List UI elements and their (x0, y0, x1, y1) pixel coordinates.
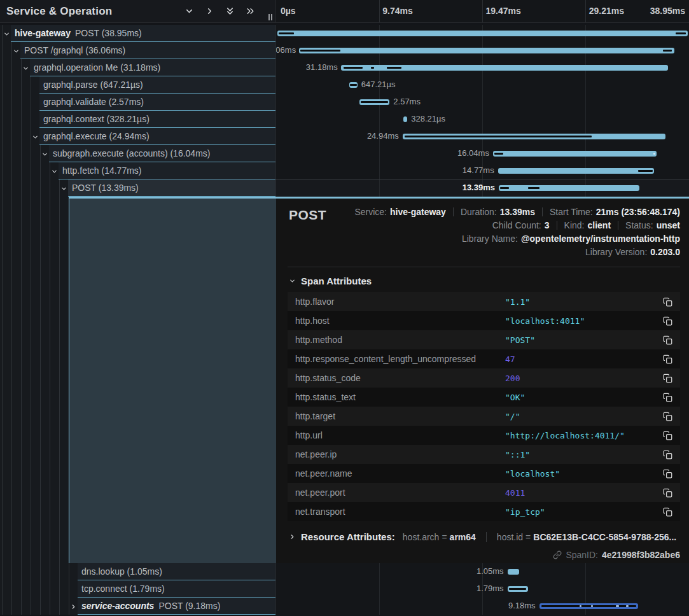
span-bar-cell[interactable]: 38.95ms (276, 25, 689, 42)
chevron-down-icon[interactable] (13, 48, 20, 55)
attribute-row: http.url"http://localhost:4011/" (288, 426, 680, 445)
panel-resize-grip-icon[interactable] (268, 14, 272, 20)
copy-icon[interactable] (662, 410, 674, 423)
copy-icon[interactable] (662, 430, 674, 442)
span-bar-cell[interactable]: 2.57ms (276, 94, 689, 111)
span-name[interactable]: hive-gatewayPOST (38.95ms) (11, 25, 275, 42)
chevron-right-icon[interactable] (70, 603, 77, 610)
status-value: unset (657, 220, 680, 230)
span-name[interactable]: POST (13.39ms) (68, 179, 275, 197)
span-bar-cell[interactable]: 1.79ms (276, 580, 689, 598)
span-bar-cell[interactable]: 14.77ms (276, 162, 689, 179)
copy-icon[interactable] (662, 468, 674, 480)
spanid-value: 4e21998f3b82abe6 (602, 550, 680, 560)
span-bar-cell[interactable]: 24.94ms (276, 128, 689, 145)
span-bar-cell[interactable]: 9.18ms (276, 598, 689, 615)
kind-value: client (587, 220, 611, 230)
service-value: hive-gateway (390, 207, 446, 217)
resource-attributes-toggle[interactable]: Resource Attributes: host.arch=arm64 hos… (289, 531, 680, 542)
span-row-post-graphql: POST /graphql (36.06ms) 36.06ms (0, 42, 689, 59)
resource-attr-key: host.arch (403, 532, 440, 542)
library-name-value: @opentelemetry/instrumentation-http (521, 234, 680, 244)
span-bar[interactable] (508, 569, 519, 575)
double-chevron-down-icon-rotated[interactable] (246, 6, 255, 16)
copy-icon[interactable] (662, 315, 674, 327)
attribute-row: net.peer.name"localhost" (288, 464, 680, 483)
chevron-down-icon[interactable] (60, 185, 67, 192)
span-name[interactable]: graphql.parse (647.21µs) (39, 76, 275, 94)
span-bar-cell[interactable]: 16.04ms (276, 145, 689, 162)
double-chevron-down-icon[interactable] (225, 6, 235, 16)
span-bar-cell[interactable]: 13.39ms (276, 179, 689, 197)
span-row-dns-lookup: dns.lookup (1.05ms) 1.05ms (0, 563, 689, 580)
copy-icon[interactable] (662, 391, 674, 403)
span-name[interactable]: dns.lookup (1.05ms) (78, 563, 275, 580)
span-name[interactable]: graphql.operation Me (31.18ms) (30, 59, 275, 76)
span-name[interactable]: graphql.validate (2.57ms) (39, 94, 275, 111)
chevron-right-icon[interactable] (205, 6, 214, 16)
chevron-down-icon[interactable] (22, 65, 29, 72)
chevron-down-icon[interactable] (41, 151, 48, 158)
library-name-label: Library Name: (462, 234, 518, 244)
timeline-header: 0µs 9.74ms 19.47ms 29.21ms 38.95ms (276, 0, 689, 23)
span-bar[interactable] (498, 168, 654, 174)
duration-label: 16.04ms (457, 148, 489, 158)
span-bar[interactable] (403, 116, 407, 122)
chevron-down-icon[interactable] (32, 134, 39, 141)
resource-attr-value: BC62E13B-C4CC-5854-9788-256... (533, 532, 676, 542)
span-row-tcp-connect: tcp.connect (1.79ms) 1.79ms (0, 580, 689, 598)
span-bar-cell[interactable]: 31.18ms (276, 59, 689, 76)
span-detail-panel: POST Service:hive-gateway Duration:13.39… (276, 197, 689, 563)
span-row-http-fetch: http.fetch (14.77ms) 14.77ms (0, 162, 689, 179)
copy-icon[interactable] (662, 487, 674, 499)
span-name[interactable]: service-accountsPOST (9.18ms) (78, 598, 275, 615)
span-name[interactable]: POST /graphql (36.06ms) (20, 42, 275, 59)
duration-label: 9.18ms (508, 601, 536, 610)
copy-icon[interactable] (662, 334, 674, 346)
span-bar-cell[interactable]: 328.21µs (276, 111, 689, 128)
status-label: Status: (625, 220, 653, 230)
span-bar[interactable] (493, 151, 657, 157)
child-count-value: 3 (545, 220, 550, 230)
span-bar[interactable] (299, 48, 674, 53)
link-icon[interactable] (553, 550, 562, 559)
copy-icon[interactable] (662, 449, 674, 461)
span-row-hive-gateway-post: hive-gatewayPOST (38.95ms) 38.95ms (0, 25, 689, 42)
span-name[interactable]: tcp.connect (1.79ms) (78, 580, 275, 598)
span-detail-title: POST (289, 207, 326, 223)
span-name[interactable]: graphql.context (328.21µs) (39, 111, 275, 128)
chevron-down-icon[interactable] (51, 168, 58, 175)
selected-span-fill[interactable] (69, 197, 276, 563)
span-name[interactable]: subgraph.execute (accounts) (16.04ms) (49, 145, 275, 162)
duration-label: 36.06ms (276, 45, 296, 55)
kind-label: Kind: (564, 220, 585, 230)
copy-icon[interactable] (662, 353, 674, 365)
duration-label: Duration: (461, 207, 497, 217)
span-row-post-selected: POST (13.39ms) 13.39ms (0, 179, 689, 197)
span-bar[interactable] (499, 185, 639, 191)
indent-guides (0, 197, 69, 563)
span-bar-cell[interactable]: 36.06ms (276, 42, 689, 59)
chevron-down-icon[interactable] (3, 31, 10, 38)
timeline-tick: 19.47ms (486, 6, 521, 16)
attribute-row: http.target"/" (288, 407, 680, 426)
chevron-down-icon[interactable] (184, 6, 194, 16)
copy-icon[interactable] (662, 506, 674, 518)
resource-attr-key: host.id (497, 532, 523, 542)
spanid-row: SpanID: 4e21998f3b82abe6 (288, 550, 680, 560)
duration-label: 1.79ms (477, 584, 504, 593)
duration-label: 2.57ms (393, 97, 421, 106)
top-bar: Service & Operation 0µs 9.74ms 19.47ms 2… (0, 0, 689, 23)
span-bar-cell[interactable]: 647.21µs (276, 76, 689, 94)
resource-attr-value: arm64 (450, 532, 476, 542)
span-name[interactable]: graphql.execute (24.94ms) (39, 128, 275, 145)
attribute-row: http.status_text"OK" (288, 388, 680, 407)
span-attributes-toggle[interactable]: Span Attributes (288, 274, 680, 292)
duration-label: 13.39ms (463, 183, 495, 192)
span-bar-cell[interactable]: 1.05ms (276, 563, 689, 580)
span-name[interactable]: http.fetch (14.77ms) (59, 162, 275, 179)
copy-icon[interactable] (662, 372, 674, 384)
span-bar[interactable] (277, 31, 688, 36)
copy-icon[interactable] (662, 296, 674, 308)
span-row-graphql-context: graphql.context (328.21µs) 328.21µs (0, 111, 689, 128)
